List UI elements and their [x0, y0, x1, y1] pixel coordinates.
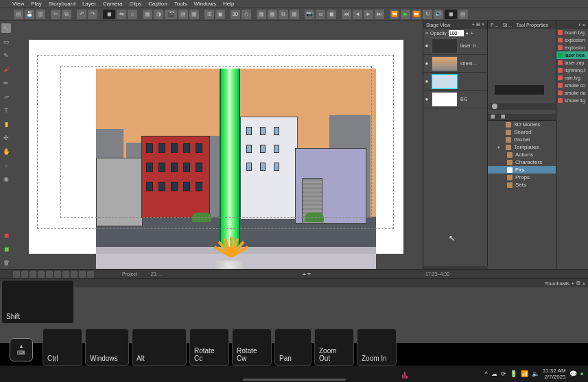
menu-help[interactable]: Help [223, 1, 234, 7]
canvas-area[interactable] [12, 21, 423, 267]
tb-loop-icon[interactable]: ↻ [423, 10, 432, 19]
asset-item[interactable]: smoke co [565, 83, 585, 88]
tree-item[interactable]: Templates [514, 144, 539, 150]
key-overlay-alt[interactable]: Alt [132, 329, 187, 366]
tb-stop-icon[interactable]: ◼ [327, 10, 336, 19]
tb-skip-fwd-icon[interactable]: ⏩ [412, 10, 421, 19]
tool-hand-icon[interactable]: ✋ [1, 147, 11, 156]
opacity-add-icon[interactable]: + [471, 31, 473, 36]
asset-item[interactable]: explosion [565, 45, 585, 50]
asset-item[interactable]: lightning.t [565, 68, 585, 73]
tree-item-fxs[interactable]: Fxs [515, 167, 524, 173]
layer-visibility-icon[interactable]: ● [423, 43, 430, 49]
tb-link-icon[interactable]: ⧈ [316, 10, 325, 19]
tb-layout2-icon[interactable]: ▦ [189, 10, 199, 19]
layer-name-0[interactable]: laser_b… [459, 43, 482, 48]
layer-visibility-icon[interactable]: ● [423, 60, 430, 67]
tray-expand-icon[interactable]: ^ [485, 370, 488, 377]
shift-key-overlay[interactable]: Shift [1, 280, 74, 324]
menu-windows[interactable]: Windows [193, 1, 215, 7]
tree-item[interactable]: Global [514, 136, 530, 143]
panel-add-icon[interactable]: + [572, 281, 574, 286]
tab-p[interactable]: P… [491, 23, 499, 27]
key-overlay-zoom-in[interactable]: Zoom In [357, 329, 397, 366]
layer-thumb-2[interactable] [432, 74, 458, 89]
panel-split-icon[interactable]: ⊞ [476, 22, 480, 27]
menu-caption[interactable]: Caption [148, 1, 167, 7]
tb-next-icon[interactable]: ► [364, 10, 373, 19]
tray-cloud-icon[interactable]: ☁ [491, 370, 497, 377]
asset-item[interactable]: explosion [565, 38, 585, 43]
key-overlay-windows[interactable]: Windows [85, 329, 129, 366]
tb-undo-icon[interactable]: ↶ [77, 10, 86, 19]
tb-save-icon[interactable]: 💾 [25, 10, 34, 19]
key-overlay-rotate-cw[interactable]: Rotate Cw [232, 329, 272, 366]
tab-st[interactable]: St… [503, 23, 513, 27]
tool-pencil-icon[interactable]: ✏ [1, 78, 11, 88]
tree-collapse-icon[interactable]: ▾ [497, 145, 503, 150]
panel-split-icon[interactable]: ⊞ [576, 280, 580, 286]
menu-view[interactable]: View [12, 1, 24, 7]
view-mode-icon[interactable] [71, 271, 78, 278]
opacity-input[interactable] [449, 30, 464, 36]
tb-camera-icon[interactable]: 📷 [305, 10, 314, 19]
tb-export-icon[interactable]: ▤ [458, 10, 468, 19]
tree-item[interactable]: 3D Models [514, 121, 540, 128]
layer-thumb-3[interactable] [432, 92, 458, 107]
tb-sound-icon[interactable]: 🔊 [434, 10, 443, 19]
tb-light-icon[interactable]: ☼ [128, 10, 137, 19]
tb-render-icon[interactable]: ◼ [445, 10, 457, 19]
asset-item[interactable]: smoke lig [565, 98, 585, 103]
asset-item-laser[interactable]: laser bea [565, 53, 585, 58]
tb-first-icon[interactable]: ⏮ [342, 10, 351, 19]
asset-item[interactable]: smoke da [565, 91, 585, 95]
tb-copy-icon[interactable]: ⧉ [62, 10, 71, 19]
tb-play-icon[interactable]: ▶ [401, 10, 410, 19]
tb-skip-back-icon[interactable]: ⏪ [390, 10, 399, 19]
tb-last-icon[interactable]: ⏭ [375, 10, 384, 19]
key-overlay-ctrl[interactable]: Ctrl [43, 329, 82, 366]
tool-transform-icon[interactable]: ▭ [1, 37, 11, 47]
swatch-primary-icon[interactable]: ◼ [1, 230, 11, 240]
tool-text-icon[interactable]: T [1, 106, 11, 115]
tb-layout-icon[interactable]: ▤ [178, 10, 188, 19]
tool-eyedrop-icon[interactable]: ✣ [1, 133, 11, 143]
key-overlay-rotate-cc[interactable]: Rotate Cc [189, 329, 229, 366]
tool-cutter-icon[interactable]: ✎ [1, 51, 11, 60]
view-mode-icon[interactable] [87, 271, 94, 278]
asset-item[interactable]: laser zap [565, 60, 584, 65]
tb-dup-panel-icon[interactable]: ⧉ [279, 10, 288, 19]
tb-flip-icon[interactable]: ⇋ [117, 10, 126, 19]
tb-cut-icon[interactable]: ✂ [51, 10, 60, 19]
system-clock[interactable]: 11:32 AM 2/7/2023 [543, 368, 566, 380]
tool-camera-icon[interactable]: ◉ [1, 174, 11, 184]
view-mode-icon[interactable] [54, 271, 61, 278]
tree-item[interactable]: Actions [515, 152, 533, 158]
panel-add-icon[interactable]: + [578, 23, 581, 27]
tree-item[interactable]: Sets [515, 182, 526, 188]
swatch-secondary-icon[interactable]: ◼ [1, 244, 11, 254]
tray-volume-icon[interactable]: 🔈 [532, 370, 539, 377]
view-mode-icon[interactable] [79, 271, 86, 278]
menu-storyboard[interactable]: Storyboard [49, 1, 75, 7]
tb-new-icon[interactable]: ▤ [14, 10, 23, 19]
tb-doc-icon[interactable]: ▥ [36, 10, 45, 19]
view-mode-icon[interactable] [62, 271, 69, 278]
tray-battery-icon[interactable]: 🔋 [510, 370, 517, 377]
tree-item[interactable]: Characters [515, 159, 542, 165]
panel-close-icon[interactable]: × [583, 23, 585, 27]
tb-grid-icon[interactable]: ▦ [143, 10, 152, 19]
asset-item[interactable]: boom.tvg [565, 30, 585, 35]
tray-notifications-icon[interactable]: 💬 [569, 370, 577, 377]
tray-wifi-icon[interactable]: 📶 [521, 370, 528, 377]
home-indicator[interactable] [243, 379, 346, 381]
tool-paint-icon[interactable]: ▮ [1, 119, 11, 129]
view-mode-icon[interactable] [13, 271, 20, 278]
tb-del-panel-icon[interactable]: ▦ [290, 10, 299, 19]
layer-visibility-icon[interactable]: ● [423, 78, 430, 84]
tree-item[interactable]: Shared [514, 129, 532, 135]
virtual-keyboard-toggle[interactable]: ▲ ⌨ [10, 338, 33, 361]
panel-close-icon[interactable]: × [583, 281, 585, 286]
layer-thumb-1[interactable] [432, 56, 458, 71]
menu-play[interactable]: Play [31, 1, 42, 7]
